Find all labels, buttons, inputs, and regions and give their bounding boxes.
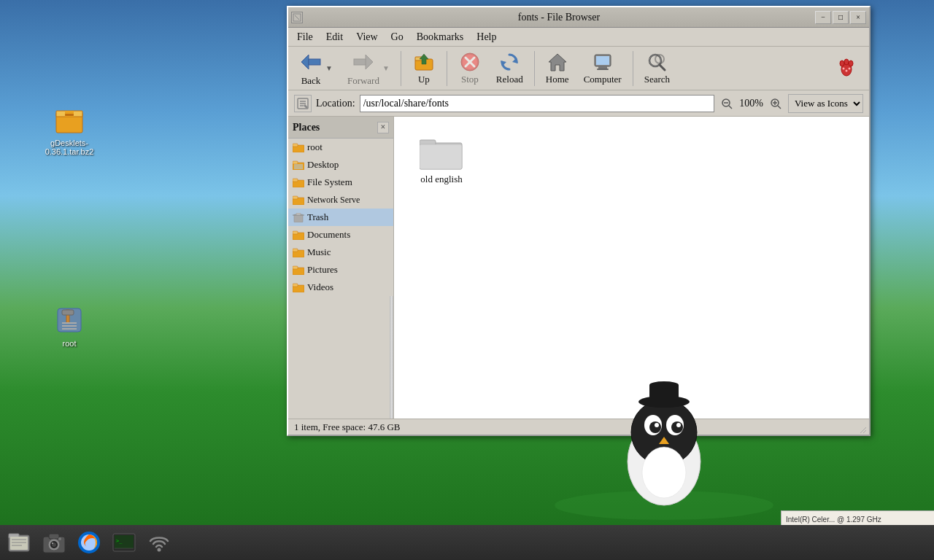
stop-icon [458, 52, 482, 72]
gdesklets-icon [52, 102, 87, 137]
sidebar-item-videos[interactable]: Videos [288, 279, 393, 296]
sidebar-item-filesystem[interactable]: File System [288, 174, 393, 191]
computer-button[interactable]: Computer [577, 50, 628, 88]
sidebar-item-label-root: root [307, 141, 323, 153]
svg-line-47 [729, 106, 732, 109]
sidebar-item-desktop[interactable]: Desktop [288, 156, 393, 174]
sidebar-item-root[interactable]: root [288, 139, 393, 156]
toolbar-separator-2 [447, 51, 447, 86]
file-item-old-english[interactable]: old english [409, 131, 474, 188]
taskbar-firefox-icon[interactable] [73, 526, 105, 559]
svg-rect-75 [420, 144, 462, 169]
svg-rect-70 [293, 266, 298, 269]
sidebar-item-label-documents: Documents [307, 229, 350, 241]
root-icon [52, 303, 87, 338]
toolbar: Back ▼ Forward ▼ [288, 47, 869, 90]
sidebar-item-label-videos: Videos [307, 281, 333, 293]
network-folder-icon [293, 194, 304, 206]
svg-rect-3 [65, 114, 74, 116]
svg-point-37 [849, 61, 853, 66]
svg-point-85 [655, 423, 659, 427]
taskbar-camera-icon[interactable] [38, 526, 70, 559]
minimize-button[interactable]: − [815, 11, 831, 24]
reload-button[interactable]: Reload [490, 50, 530, 88]
svg-text:>_: >_ [116, 538, 123, 544]
sidebar-item-trash[interactable]: Trash [288, 209, 393, 226]
taskbar: >_ [0, 525, 934, 560]
sidebar-item-network[interactable]: Network Serve [288, 191, 393, 209]
sidebar-close-button[interactable]: × [377, 122, 389, 133]
resize-grip[interactable] [857, 424, 866, 433]
home-button[interactable]: Home [539, 50, 576, 88]
up-label: Up [418, 74, 430, 85]
up-icon [412, 52, 436, 72]
svg-rect-99 [49, 534, 59, 539]
gdesklets-desktop-icon[interactable]: gDesklets-0.36.1.tar.bz2 [40, 102, 99, 156]
svg-rect-72 [293, 284, 298, 287]
svg-point-83 [649, 421, 661, 433]
back-button[interactable]: Back ▼ [293, 50, 339, 88]
location-bar: Location: 100% View as Icons [288, 90, 869, 117]
location-label-text: Location: [316, 98, 355, 109]
sidebar-item-pictures[interactable]: Pictures [288, 261, 393, 279]
svg-rect-28 [598, 66, 607, 69]
zoom-level-display: 100% [739, 98, 763, 109]
svg-point-104 [58, 537, 61, 540]
stop-label: Stop [461, 74, 479, 85]
svg-rect-13 [309, 59, 320, 65]
menu-file[interactable]: File [291, 30, 319, 44]
back-dropdown-arrow[interactable]: ▼ [325, 64, 333, 72]
root-desktop-icon[interactable]: root [40, 303, 99, 348]
sidebar-item-music[interactable]: Music [288, 244, 393, 261]
svg-marker-12 [301, 55, 309, 69]
filesystem-folder-icon [293, 176, 304, 188]
sidebar-item-label-filesystem: File System [307, 176, 352, 188]
gnome-logo-button[interactable] [828, 50, 865, 88]
file-item-label-old-english: old english [420, 174, 462, 185]
sidebar-resize-handle[interactable] [390, 296, 393, 419]
sidebar-item-documents[interactable]: Documents [288, 226, 393, 244]
svg-line-11 [295, 15, 299, 20]
taskbar-network-icon[interactable] [143, 526, 175, 559]
toolbar-separator-3 [534, 51, 535, 86]
zoom-in-button[interactable] [768, 96, 784, 112]
location-edit-icon[interactable] [294, 95, 312, 112]
title-bar: fonts - File Browser − □ × [288, 7, 869, 28]
search-label: Search [644, 74, 670, 85]
svg-rect-15 [354, 59, 366, 65]
taskbar-files-icon[interactable] [3, 526, 35, 559]
svg-point-111 [158, 548, 161, 552]
view-mode-select[interactable]: View as Icons [788, 94, 863, 113]
gdesklets-label: gDesklets-0.36.1.tar.bz2 [40, 139, 99, 156]
desktop-decoration [555, 359, 773, 520]
svg-rect-64 [296, 213, 301, 215]
svg-point-91 [649, 381, 679, 389]
menu-view[interactable]: View [350, 30, 383, 44]
menu-bookmarks[interactable]: Bookmarks [411, 30, 470, 44]
menu-edit[interactable]: Edit [320, 30, 349, 44]
location-input[interactable] [360, 95, 715, 112]
maximize-button[interactable]: □ [833, 11, 849, 24]
svg-rect-57 [294, 164, 303, 169]
taskbar-terminal-icon[interactable]: >_ [108, 526, 140, 559]
svg-rect-62 [294, 214, 303, 222]
root-label: root [63, 339, 77, 348]
svg-point-88 [642, 447, 686, 498]
computer-icon [591, 52, 614, 72]
search-button[interactable]: Search [638, 50, 676, 88]
svg-rect-59 [293, 179, 298, 182]
forward-button[interactable]: Forward ▼ [341, 50, 396, 88]
close-button[interactable]: × [850, 11, 866, 24]
back-label: Back [301, 75, 321, 87]
svg-rect-54 [293, 144, 298, 147]
forward-dropdown-arrow[interactable]: ▼ [382, 64, 390, 72]
menu-help[interactable]: Help [471, 30, 502, 44]
window-icon [291, 12, 303, 23]
menu-go[interactable]: Go [385, 30, 409, 44]
svg-rect-27 [596, 56, 609, 65]
zoom-out-button[interactable] [719, 96, 735, 112]
up-button[interactable]: Up [406, 50, 442, 88]
stop-button[interactable]: Stop [452, 50, 488, 88]
svg-point-38 [843, 67, 845, 69]
svg-point-103 [52, 542, 53, 544]
